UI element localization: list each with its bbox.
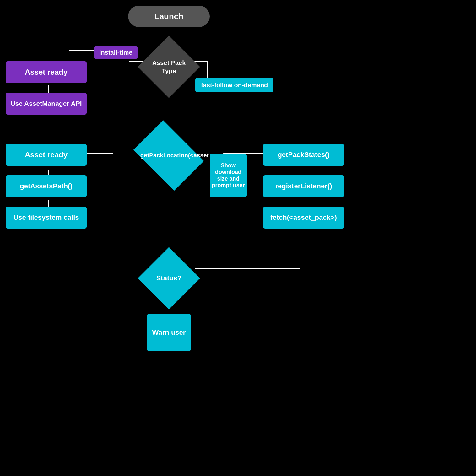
get-pack-states-label: getPackStates() xyxy=(278,151,329,159)
get-pack-states-node: getPackStates() xyxy=(263,144,344,166)
register-listener-node: registerListener() xyxy=(263,175,344,197)
get-pack-location-diamond: getPackLocation(<asset_pack>) xyxy=(111,126,226,185)
fast-follow-badge: fast-follow on-demand xyxy=(195,78,273,92)
use-asset-manager-node: Use AssetManager API xyxy=(6,93,87,115)
show-download-node: Show download size and prompt user xyxy=(210,154,247,197)
fetch-asset-pack-label: fetch(<asset_pack>) xyxy=(270,214,337,222)
use-asset-manager-label: Use AssetManager API xyxy=(10,100,82,107)
use-filesystem-node: Use filesystem calls xyxy=(6,207,87,229)
asset-pack-type-label: Asset Pack Type xyxy=(152,59,186,74)
asset-ready-2-node: Asset ready xyxy=(6,144,87,166)
warn-user-label: Warn user xyxy=(152,328,186,337)
asset-ready-1-label: Asset ready xyxy=(25,68,68,77)
launch-node: Launch xyxy=(128,6,210,27)
fast-follow-label: fast-follow on-demand xyxy=(201,82,268,89)
register-listener-label: registerListener() xyxy=(275,182,332,190)
launch-label: Launch xyxy=(154,12,183,21)
warn-user-node: Warn user xyxy=(147,314,191,351)
asset-pack-type-diamond: Asset Pack Type xyxy=(138,36,200,98)
use-filesystem-label: Use filesystem calls xyxy=(13,214,79,222)
asset-ready-2-label: Asset ready xyxy=(25,150,68,159)
status-diamond: Status? xyxy=(138,247,200,309)
install-time-badge: install-time xyxy=(94,46,138,59)
status-label: Status? xyxy=(156,274,182,282)
fetch-asset-pack-node: fetch(<asset_pack>) xyxy=(263,207,344,229)
install-time-label: install-time xyxy=(99,49,133,56)
show-download-label: Show download size and prompt user xyxy=(210,162,247,189)
asset-ready-1-node: Asset ready xyxy=(6,61,87,83)
get-assets-path-label: getAssetsPath() xyxy=(20,182,72,190)
get-assets-path-node: getAssetsPath() xyxy=(6,175,87,197)
